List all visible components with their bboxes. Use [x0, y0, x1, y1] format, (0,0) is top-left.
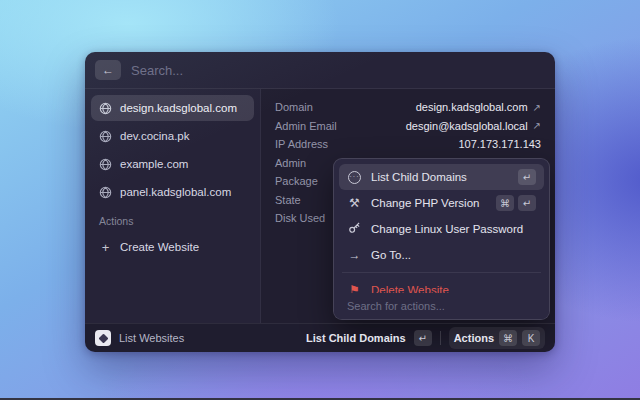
list-item-label: design.kadsglobal.com — [120, 102, 237, 114]
detail-label: Package — [275, 175, 318, 187]
detail-value: design.kadsglobal.com — [416, 101, 528, 113]
search-input[interactable] — [131, 63, 545, 78]
actions-search-input[interactable] — [347, 300, 536, 312]
create-website-item[interactable]: + Create Website — [91, 234, 254, 260]
detail-row: IP Address 107.173.171.143 — [275, 135, 541, 154]
create-website-label: Create Website — [120, 241, 199, 253]
actions-popover: ··· List Child Domains ↵ ⚒ Change PHP Ve… — [333, 158, 550, 320]
action-item-label: Delete Website — [371, 284, 536, 293]
detail-label: Disk Used — [275, 212, 325, 224]
enter-key-badge: ↵ — [414, 330, 432, 346]
globe-icon — [99, 130, 112, 143]
enter-key-badge: ↵ — [518, 195, 536, 211]
ellipsis-circle-icon: ··· — [347, 171, 362, 184]
back-button[interactable]: ← — [95, 60, 121, 80]
action-item-label: Go To... — [371, 249, 536, 261]
website-list: design.kadsglobal.com dev.cocina.pk exam… — [85, 89, 261, 323]
detail-label: Admin Email — [275, 120, 337, 132]
globe-icon — [99, 102, 112, 115]
list-item-website[interactable]: dev.cocina.pk — [91, 123, 254, 149]
external-link-icon: ↗ — [533, 102, 541, 113]
list-item-label: dev.cocina.pk — [120, 130, 189, 142]
action-item-delete-website[interactable]: ⚑ Delete Website — [339, 277, 544, 293]
detail-row: Domain design.kadsglobal.com↗ — [275, 98, 541, 117]
actions-menu-label: Actions — [454, 332, 494, 344]
search-header: ← — [85, 52, 555, 89]
menu-divider — [342, 272, 541, 273]
detail-row: Admin Email desgin@kadsglobal.local↗ — [275, 117, 541, 136]
globe-icon — [99, 158, 112, 171]
status-bar: List Websites List Child Domains ↵ Actio… — [85, 323, 555, 352]
action-item-list-child-domains[interactable]: ··· List Child Domains ↵ — [339, 164, 544, 190]
flag-icon: ⚑ — [347, 283, 362, 293]
plus-icon: + — [99, 240, 112, 255]
enter-key-badge: ↵ — [518, 169, 536, 185]
command-name: List Websites — [119, 332, 184, 344]
globe-icon — [99, 186, 112, 199]
list-item-label: example.com — [120, 158, 188, 170]
detail-value: desgin@kadsglobal.local — [406, 120, 528, 132]
actions-search-row — [334, 293, 549, 319]
tools-icon: ⚒ — [347, 196, 362, 210]
actions-section-label: Actions — [99, 215, 246, 227]
list-item-website[interactable]: panel.kadsglobal.com — [91, 179, 254, 205]
primary-action-button[interactable]: List Child Domains — [306, 332, 406, 344]
external-link-icon: ↗ — [533, 120, 541, 131]
action-item-change-php-version[interactable]: ⚒ Change PHP Version ⌘ ↵ — [339, 190, 544, 216]
action-item-label: List Child Domains — [371, 171, 509, 183]
action-item-change-linux-user-password[interactable]: Change Linux User Password — [339, 216, 544, 242]
list-item-website[interactable]: design.kadsglobal.com — [91, 95, 254, 121]
extension-icon — [95, 330, 111, 346]
key-icon — [347, 221, 362, 237]
action-item-go-to[interactable]: → Go To... — [339, 242, 544, 268]
detail-value: 107.173.171.143 — [458, 138, 541, 150]
cmd-key-badge: ⌘ — [496, 195, 514, 211]
arrow-right-icon: → — [347, 248, 362, 262]
detail-label: IP Address — [275, 138, 328, 150]
detail-label: State — [275, 194, 301, 206]
action-item-label: Change Linux User Password — [371, 223, 536, 235]
k-key-badge: K — [522, 330, 540, 346]
action-item-label: Change PHP Version — [371, 197, 487, 209]
actions-menu-button[interactable]: Actions ⌘ K — [449, 327, 545, 349]
actions-popover-list: ··· List Child Domains ↵ ⚒ Change PHP Ve… — [334, 159, 549, 293]
detail-label: Admin — [275, 157, 306, 169]
launcher-window: ← design.kadsglobal.com dev.cocina — [85, 52, 555, 352]
back-arrow-icon: ← — [102, 63, 114, 77]
list-item-website[interactable]: example.com — [91, 151, 254, 177]
statusbar-divider — [440, 331, 441, 345]
detail-label: Domain — [275, 101, 313, 113]
list-item-label: panel.kadsglobal.com — [120, 186, 231, 198]
cmd-key-badge: ⌘ — [499, 330, 517, 346]
